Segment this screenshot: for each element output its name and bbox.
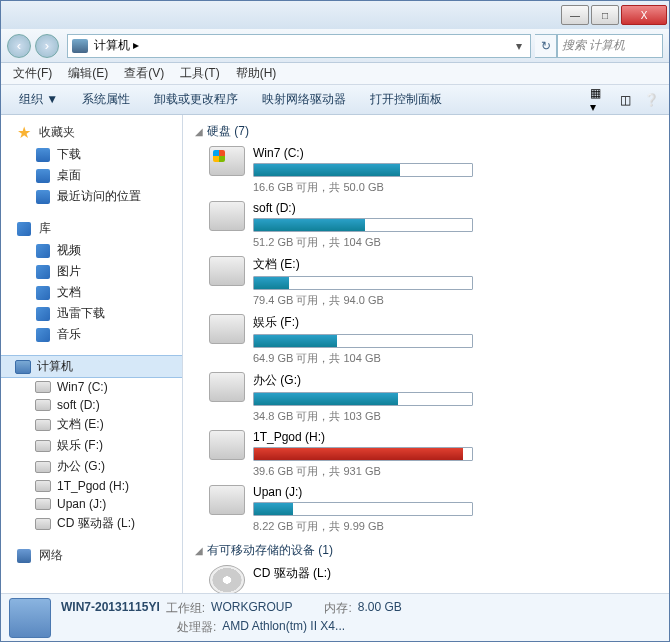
sidebar-computer-header[interactable]: 计算机 [1, 355, 182, 378]
collapse-icon: ◢ [195, 126, 203, 137]
control-panel-button[interactable]: 打开控制面板 [360, 88, 452, 111]
cd-drive-item[interactable]: CD 驱动器 (L:) [209, 565, 657, 593]
drive-name: 娱乐 (F:) [253, 314, 657, 331]
folder-icon [35, 169, 51, 183]
drive-item[interactable]: 娱乐 (F:)64.9 GB 可用，共 104 GB [209, 314, 657, 366]
menu-edit[interactable]: 编辑(E) [60, 63, 116, 84]
system-properties-button[interactable]: 系统属性 [72, 88, 140, 111]
workgroup-label: 工作组: [166, 600, 205, 617]
drive-item[interactable]: Upan (J:)8.22 GB 可用，共 9.99 GB [209, 485, 657, 534]
maximize-button[interactable]: □ [591, 5, 619, 25]
library-item-icon [35, 307, 51, 321]
removable-section-header[interactable]: ◢有可移动存储的设备 (1) [195, 540, 657, 561]
uninstall-button[interactable]: 卸载或更改程序 [144, 88, 248, 111]
drive-info: 79.4 GB 可用，共 94.0 GB [253, 293, 657, 308]
help-icon[interactable]: ❔ [641, 90, 661, 110]
sidebar-drive-item[interactable]: 文档 (E:) [1, 414, 182, 435]
library-item-icon [35, 328, 51, 342]
memory-value: 8.00 GB [358, 600, 402, 617]
sidebar-drive-item[interactable]: soft (D:) [1, 396, 182, 414]
cpu-label: 处理器: [177, 619, 216, 636]
drive-item[interactable]: 文档 (E:)79.4 GB 可用，共 94.0 GB [209, 256, 657, 308]
drive-item[interactable]: soft (D:)51.2 GB 可用，共 104 GB [209, 201, 657, 250]
cd-icon [209, 565, 245, 593]
folder-icon [35, 148, 51, 162]
address-bar[interactable]: 计算机 ▸ ▾ [67, 34, 531, 58]
sidebar-lib-item[interactable]: 图片 [1, 261, 182, 282]
drive-info: 34.8 GB 可用，共 103 GB [253, 409, 657, 424]
library-icon [15, 221, 33, 237]
sidebar-favorites-header[interactable]: ★收藏夹 [1, 121, 182, 144]
address-text: 计算机 ▸ [94, 37, 139, 54]
drive-info: 16.6 GB 可用，共 50.0 GB [253, 180, 657, 195]
sidebar-lib-item[interactable]: 文档 [1, 282, 182, 303]
sidebar-drive-item[interactable]: Upan (J:) [1, 495, 182, 513]
drive-icon [35, 398, 51, 412]
network-icon [15, 548, 33, 564]
drive-icon [209, 314, 245, 344]
forward-button[interactable]: › [35, 34, 59, 58]
view-icon[interactable]: ▦ ▾ [589, 90, 609, 110]
computer-large-icon [9, 598, 51, 638]
organize-button[interactable]: 组织 ▼ [9, 88, 68, 111]
minimize-button[interactable]: — [561, 5, 589, 25]
sidebar-drive-item[interactable]: 1T_Pgod (H:) [1, 477, 182, 495]
drive-icon [35, 418, 51, 432]
drive-icon [209, 372, 245, 402]
cpu-value: AMD Athlon(tm) II X4... [222, 619, 345, 636]
menu-help[interactable]: 帮助(H) [228, 63, 285, 84]
menubar: 文件(F) 编辑(E) 查看(V) 工具(T) 帮助(H) [1, 63, 669, 85]
drive-name: 1T_Pgod (H:) [253, 430, 657, 444]
sidebar-fav-item[interactable]: 最近访问的位置 [1, 186, 182, 207]
search-input[interactable]: 搜索 计算机 [557, 34, 663, 58]
workgroup-value: WORKGROUP [211, 600, 292, 617]
drive-item[interactable]: Win7 (C:)16.6 GB 可用，共 50.0 GB [209, 146, 657, 195]
menu-tools[interactable]: 工具(T) [172, 63, 227, 84]
drive-usage-bar [253, 276, 473, 290]
sidebar: ★收藏夹 下载桌面最近访问的位置 库 视频图片文档迅雷下载音乐 计算机 Win7… [1, 115, 183, 593]
drive-icon [209, 256, 245, 286]
sidebar-lib-item[interactable]: 迅雷下载 [1, 303, 182, 324]
drive-name: Win7 (C:) [253, 146, 657, 160]
sidebar-drive-item[interactable]: CD 驱动器 (L:) [1, 513, 182, 534]
drive-usage-bar [253, 218, 473, 232]
menu-file[interactable]: 文件(F) [5, 63, 60, 84]
library-item-icon [35, 286, 51, 300]
sidebar-network-header[interactable]: 网络 [1, 544, 182, 567]
titlebar: — □ X [1, 1, 669, 29]
refresh-button[interactable]: ↻ [535, 34, 557, 58]
menu-view[interactable]: 查看(V) [116, 63, 172, 84]
sidebar-libraries-header[interactable]: 库 [1, 217, 182, 240]
drive-icon [209, 201, 245, 231]
computer-icon [72, 39, 88, 53]
drive-usage-bar [253, 502, 473, 516]
content-pane: ◢硬盘 (7) Win7 (C:)16.6 GB 可用，共 50.0 GBsof… [183, 115, 669, 593]
drive-icon [209, 430, 245, 460]
drive-item[interactable]: 1T_Pgod (H:)39.6 GB 可用，共 931 GB [209, 430, 657, 479]
sidebar-drive-item[interactable]: 办公 (G:) [1, 456, 182, 477]
toolbar: 组织 ▼ 系统属性 卸载或更改程序 映射网络驱动器 打开控制面板 ▦ ▾ ◫ ❔ [1, 85, 669, 115]
drive-usage-bar [253, 163, 473, 177]
back-button[interactable]: ‹ [7, 34, 31, 58]
sidebar-drive-item[interactable]: 娱乐 (F:) [1, 435, 182, 456]
sidebar-lib-item[interactable]: 音乐 [1, 324, 182, 345]
library-item-icon [35, 265, 51, 279]
computer-name: WIN7-20131115YI [61, 600, 160, 617]
sidebar-fav-item[interactable]: 下载 [1, 144, 182, 165]
drive-icon [35, 380, 51, 394]
sidebar-fav-item[interactable]: 桌面 [1, 165, 182, 186]
close-button[interactable]: X [621, 5, 667, 25]
address-dropdown-icon[interactable]: ▾ [512, 39, 526, 53]
hdd-section-header[interactable]: ◢硬盘 (7) [195, 121, 657, 142]
drive-usage-bar [253, 447, 473, 461]
sidebar-drive-item[interactable]: Win7 (C:) [1, 378, 182, 396]
drive-icon [209, 485, 245, 515]
sidebar-lib-item[interactable]: 视频 [1, 240, 182, 261]
collapse-icon: ◢ [195, 545, 203, 556]
navbar: ‹ › 计算机 ▸ ▾ ↻ 搜索 计算机 [1, 29, 669, 63]
preview-icon[interactable]: ◫ [615, 90, 635, 110]
map-drive-button[interactable]: 映射网络驱动器 [252, 88, 356, 111]
drive-item[interactable]: 办公 (G:)34.8 GB 可用，共 103 GB [209, 372, 657, 424]
star-icon: ★ [15, 125, 33, 141]
drive-icon [35, 460, 51, 474]
